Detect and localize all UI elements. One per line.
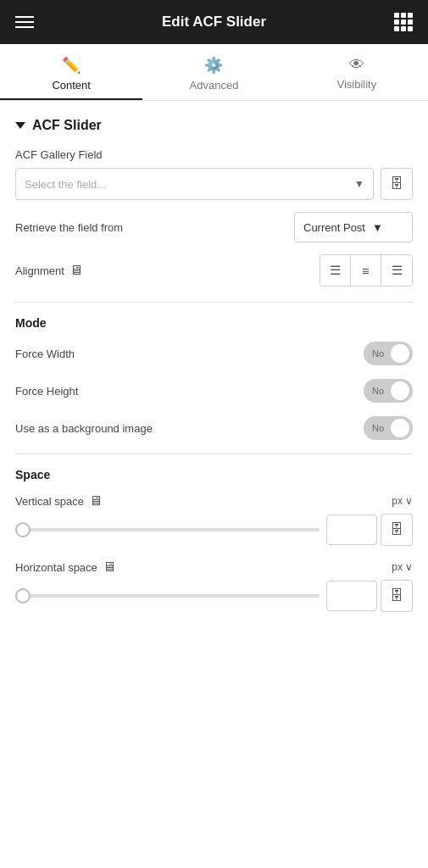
- horizontal-space-row: Horizontal space 🖥 px ∨: [15, 559, 413, 575]
- tab-content[interactable]: ✏️ Content: [0, 44, 142, 100]
- tab-visibility-label: Visibility: [336, 78, 376, 91]
- tabs-bar: ✏️ Content ⚙️ Advanced 👁 Visibility: [0, 44, 428, 101]
- gear-icon: ⚙️: [204, 56, 223, 75]
- force-width-value: No: [372, 348, 384, 359]
- alignment-buttons: ☰ ≡ ☰: [320, 254, 413, 287]
- horizontal-space-input[interactable]: [326, 581, 377, 611]
- vertical-db-link-button[interactable]: 🗄: [381, 514, 413, 546]
- retrieve-field-value: Current Post: [303, 221, 365, 234]
- align-center-button[interactable]: ≡: [351, 255, 381, 286]
- vertical-unit-value: px: [392, 495, 403, 507]
- vertical-monitor-icon: 🖥: [89, 493, 103, 509]
- horizontal-unit-value: px: [392, 561, 403, 573]
- section-title: ACF Slider: [32, 118, 102, 133]
- horizontal-unit-select[interactable]: px ∨: [392, 561, 413, 573]
- force-width-row: Force Width No: [15, 342, 413, 365]
- vertical-slider-track[interactable]: [15, 528, 320, 531]
- force-height-value: No: [372, 386, 384, 396]
- vertical-space-text: Vertical space: [15, 495, 84, 508]
- mode-title: Mode: [15, 316, 413, 330]
- pencil-icon: ✏️: [62, 56, 81, 75]
- select-arrow-icon: ▼: [354, 178, 364, 190]
- force-height-knob: [391, 381, 409, 400]
- horizontal-space-text: Horizontal space: [15, 561, 97, 574]
- retrieve-field-arrow-icon: ▼: [372, 221, 383, 234]
- force-height-row: Force Height No: [15, 379, 413, 403]
- acf-field-select[interactable]: Select the field...: [25, 178, 354, 191]
- alignment-label: Alignment 🖥: [15, 263, 320, 278]
- vertical-slider-row: 🗄: [15, 514, 413, 546]
- main-content: ACF Slider ACF Gallery Field Select the …: [0, 101, 428, 643]
- tab-advanced-label: Advanced: [190, 79, 239, 92]
- horizontal-space-label: Horizontal space 🖥: [15, 559, 392, 575]
- background-image-knob: [391, 419, 409, 437]
- horizontal-slider-track[interactable]: [15, 594, 320, 598]
- alignment-text: Alignment: [15, 264, 64, 277]
- vertical-unit-select[interactable]: px ∨: [392, 495, 413, 507]
- acf-field-select-wrapper[interactable]: Select the field... ▼: [15, 168, 374, 200]
- header: Edit ACF Slider: [0, 0, 428, 44]
- vertical-input-group: 🗄: [326, 514, 413, 546]
- space-section: Space Vertical space 🖥 px ∨ 🗄: [15, 468, 413, 612]
- horizontal-slider-row: 🗄: [15, 580, 413, 612]
- force-height-toggle[interactable]: No: [364, 379, 413, 403]
- tab-visibility[interactable]: 👁 Visibility: [286, 44, 428, 100]
- horizontal-db-link-button[interactable]: 🗄: [381, 580, 413, 612]
- divider-1: [15, 302, 413, 303]
- collapse-icon[interactable]: [15, 122, 25, 129]
- section-header: ACF Slider: [15, 118, 413, 133]
- retrieve-field-row: Retrieve the field from Current Post ▼: [15, 212, 413, 242]
- acf-gallery-field-label: ACF Gallery Field: [15, 148, 413, 161]
- vertical-space-input[interactable]: [326, 515, 377, 545]
- background-image-row: Use as a background image No: [15, 416, 413, 440]
- header-title: Edit ACF Slider: [162, 14, 266, 31]
- db-link-button[interactable]: 🗄: [381, 168, 413, 200]
- horizontal-input-group: 🗄: [326, 580, 413, 612]
- force-width-knob: [391, 344, 409, 363]
- horizontal-slider-thumb[interactable]: [15, 588, 31, 604]
- vertical-unit-arrow-icon: ∨: [405, 495, 413, 507]
- vertical-space-row: Vertical space 🖥 px ∨: [15, 493, 413, 509]
- hamburger-menu-icon[interactable]: [15, 16, 34, 28]
- retrieve-field-select[interactable]: Current Post ▼: [294, 212, 413, 242]
- vertical-space-label: Vertical space 🖥: [15, 493, 392, 509]
- horizontal-monitor-icon: 🖥: [103, 559, 116, 575]
- alignment-row: Alignment 🖥 ☰ ≡ ☰: [15, 254, 413, 287]
- background-image-toggle[interactable]: No: [364, 416, 413, 440]
- align-left-button[interactable]: ☰: [320, 255, 351, 286]
- divider-2: [15, 453, 413, 454]
- force-width-label: Force Width: [15, 348, 364, 360]
- space-title: Space: [15, 468, 413, 481]
- eye-icon: 👁: [349, 56, 364, 74]
- retrieve-field-label: Retrieve the field from: [15, 221, 294, 234]
- monitor-icon: 🖥: [69, 263, 83, 278]
- tab-content-label: Content: [52, 79, 91, 92]
- apps-grid-icon[interactable]: [394, 13, 413, 31]
- background-image-label: Use as a background image: [15, 422, 364, 435]
- force-height-label: Force Height: [15, 385, 364, 398]
- vertical-slider-thumb[interactable]: [15, 522, 31, 537]
- background-image-value: No: [372, 423, 384, 433]
- align-right-button[interactable]: ☰: [381, 255, 412, 286]
- horizontal-database-icon: 🗄: [390, 588, 403, 604]
- acf-gallery-field-row: Select the field... ▼ 🗄: [15, 168, 413, 200]
- force-width-toggle[interactable]: No: [364, 342, 413, 365]
- database-icon: 🗄: [390, 176, 403, 192]
- horizontal-unit-arrow-icon: ∨: [405, 561, 413, 573]
- vertical-database-icon: 🗄: [390, 522, 403, 537]
- tab-advanced[interactable]: ⚙️ Advanced: [142, 44, 285, 100]
